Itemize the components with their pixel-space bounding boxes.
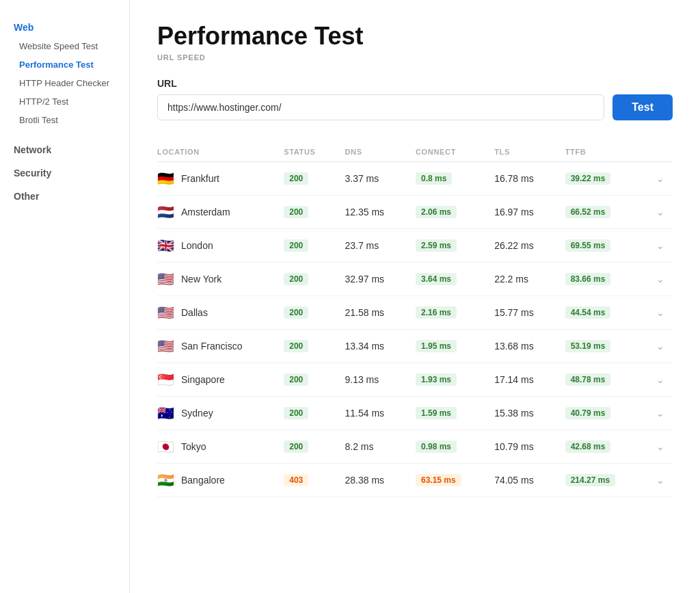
- flag-icon: 🇺🇸: [157, 339, 174, 353]
- cell-expand[interactable]: ⌄: [641, 263, 673, 296]
- chevron-down-icon[interactable]: ⌄: [656, 475, 664, 486]
- chevron-down-icon[interactable]: ⌄: [656, 240, 664, 251]
- table-row[interactable]: 🇺🇸 San Francisco 200 13.34 ms 1.95 ms 13…: [157, 330, 673, 363]
- cell-ttfb: 66.52 ms: [557, 196, 642, 229]
- cell-expand[interactable]: ⌄: [641, 229, 673, 263]
- sidebar-section-security[interactable]: Security: [0, 159, 129, 183]
- col-header-expand: [641, 142, 673, 162]
- cell-location: 🇸🇬 Singapore: [157, 363, 275, 397]
- flag-icon: 🇯🇵: [157, 440, 174, 453]
- cell-ttfb: 69.55 ms: [557, 229, 642, 263]
- cell-location: 🇺🇸 San Francisco: [157, 330, 275, 363]
- location-name: New York: [181, 274, 221, 285]
- location-name: Amsterdam: [181, 207, 230, 218]
- status-badge: 200: [284, 306, 308, 319]
- table-row[interactable]: 🇳🇱 Amsterdam 200 12.35 ms 2.06 ms 16.97 …: [157, 196, 673, 229]
- chevron-down-icon[interactable]: ⌄: [656, 408, 664, 419]
- connect-value: 2.06 ms: [416, 206, 457, 218]
- table-row[interactable]: 🇺🇸 New York 200 32.97 ms 3.64 ms 22.2 ms…: [157, 263, 673, 296]
- col-header-connect: CONNECT: [407, 142, 486, 162]
- results-table: LOCATION STATUS DNS CONNECT TLS TTFB 🇩🇪 …: [157, 142, 673, 497]
- cell-dns: 23.7 ms: [336, 229, 407, 263]
- status-badge: 200: [284, 373, 308, 386]
- dns-value: 9.13 ms: [345, 374, 379, 385]
- cell-connect: 2.16 ms: [407, 296, 486, 330]
- chevron-down-icon[interactable]: ⌄: [656, 207, 664, 218]
- cell-ttfb: 48.78 ms: [557, 363, 642, 397]
- connect-value: 2.59 ms: [416, 239, 457, 252]
- cell-status: 200: [275, 196, 336, 229]
- table-row[interactable]: 🇺🇸 Dallas 200 21.58 ms 2.16 ms 15.77 ms …: [157, 296, 673, 330]
- chevron-down-icon[interactable]: ⌄: [656, 173, 664, 184]
- chevron-down-icon[interactable]: ⌄: [656, 274, 664, 285]
- tls-value: 16.78 ms: [494, 173, 534, 184]
- chevron-down-icon[interactable]: ⌄: [656, 441, 664, 452]
- cell-dns: 8.2 ms: [336, 430, 407, 464]
- cell-status: 200: [275, 430, 336, 464]
- sidebar-section-network[interactable]: Network: [0, 136, 129, 159]
- cell-location: 🇦🇺 Sydney: [157, 397, 275, 430]
- cell-ttfb: 40.79 ms: [557, 397, 642, 430]
- location-name: Sydney: [181, 408, 213, 419]
- test-button[interactable]: Test: [612, 94, 673, 120]
- cell-tls: 26.22 ms: [486, 229, 557, 263]
- flag-icon: 🇩🇪: [157, 172, 174, 185]
- cell-expand[interactable]: ⌄: [641, 363, 673, 397]
- dns-value: 8.2 ms: [345, 441, 373, 452]
- chevron-down-icon[interactable]: ⌄: [656, 307, 664, 318]
- chevron-down-icon[interactable]: ⌄: [656, 374, 664, 385]
- sidebar-item-brotli-test[interactable]: Brotli Test: [0, 111, 129, 129]
- cell-dns: 28.38 ms: [336, 464, 407, 497]
- cell-expand[interactable]: ⌄: [641, 296, 673, 330]
- cell-tls: 22.2 ms: [486, 263, 557, 296]
- cell-location: 🇬🇧 London: [157, 229, 275, 263]
- tls-value: 26.22 ms: [494, 240, 534, 251]
- table-row[interactable]: 🇯🇵 Tokyo 200 8.2 ms 0.98 ms 10.79 ms 42.…: [157, 430, 673, 464]
- cell-tls: 10.79 ms: [486, 430, 557, 464]
- cell-tls: 16.97 ms: [486, 196, 557, 229]
- dns-value: 21.58 ms: [345, 307, 384, 318]
- cell-expand[interactable]: ⌄: [641, 397, 673, 430]
- connect-value: 1.93 ms: [416, 373, 457, 386]
- sidebar-item-performance-test[interactable]: Performance Test: [0, 55, 129, 74]
- table-row[interactable]: 🇦🇺 Sydney 200 11.54 ms 1.59 ms 15.38 ms …: [157, 397, 673, 430]
- cell-expand[interactable]: ⌄: [641, 162, 673, 196]
- cell-dns: 11.54 ms: [336, 397, 407, 430]
- status-badge: 200: [284, 206, 308, 218]
- table-row[interactable]: 🇩🇪 Frankfurt 200 3.37 ms 0.8 ms 16.78 ms…: [157, 162, 673, 196]
- cell-connect: 1.93 ms: [407, 363, 486, 397]
- flag-icon: 🇸🇬: [157, 373, 174, 386]
- sidebar-section-other[interactable]: Other: [0, 183, 129, 206]
- col-header-location: LOCATION: [157, 142, 275, 162]
- chevron-down-icon[interactable]: ⌄: [656, 341, 664, 352]
- sidebar-item-website-speed-test[interactable]: Website Speed Test: [0, 37, 129, 55]
- cell-location: 🇩🇪 Frankfurt: [157, 162, 275, 196]
- cell-expand[interactable]: ⌄: [641, 430, 673, 464]
- flag-icon: 🇬🇧: [157, 239, 174, 252]
- cell-expand[interactable]: ⌄: [641, 330, 673, 363]
- cell-ttfb: 83.66 ms: [557, 263, 642, 296]
- sidebar-section-web[interactable]: Web: [0, 14, 129, 37]
- tls-value: 10.79 ms: [494, 441, 534, 452]
- table-row[interactable]: 🇸🇬 Singapore 200 9.13 ms 1.93 ms 17.14 m…: [157, 363, 673, 397]
- cell-connect: 0.8 ms: [407, 162, 486, 196]
- cell-status: 200: [275, 330, 336, 363]
- cell-tls: 16.78 ms: [486, 162, 557, 196]
- sidebar-item-http2-test[interactable]: HTTP/2 Test: [0, 92, 129, 111]
- table-row[interactable]: 🇬🇧 London 200 23.7 ms 2.59 ms 26.22 ms 6…: [157, 229, 673, 263]
- sidebar-item-http-header-checker[interactable]: HTTP Header Checker: [0, 74, 129, 92]
- status-badge: 403: [284, 474, 308, 486]
- cell-expand[interactable]: ⌄: [641, 196, 673, 229]
- table-row[interactable]: 🇮🇳 Bangalore 403 28.38 ms 63.15 ms 74.05…: [157, 464, 673, 497]
- url-row: Test: [157, 94, 673, 120]
- dns-value: 23.7 ms: [345, 240, 379, 251]
- cell-dns: 9.13 ms: [336, 363, 407, 397]
- url-input[interactable]: [157, 94, 604, 120]
- status-badge: 200: [284, 273, 308, 285]
- tls-value: 17.14 ms: [494, 374, 534, 385]
- cell-location: 🇺🇸 New York: [157, 263, 275, 296]
- sidebar: Web Website Speed Test Performance Test …: [0, 0, 130, 593]
- cell-expand[interactable]: ⌄: [641, 464, 673, 497]
- cell-dns: 12.35 ms: [336, 196, 407, 229]
- tls-value: 22.2 ms: [494, 274, 528, 285]
